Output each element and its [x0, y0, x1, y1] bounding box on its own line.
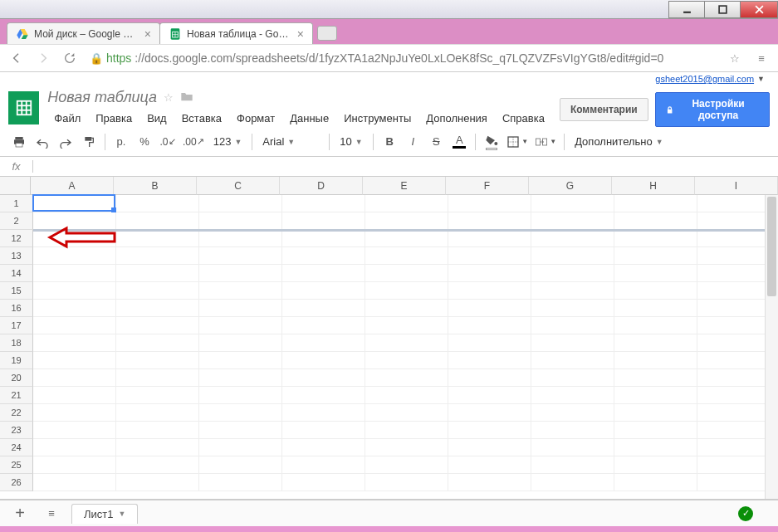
window-close-button[interactable] [740, 1, 778, 18]
row-header[interactable]: 23 [0, 422, 33, 439]
nav-back-button[interactable] [7, 48, 27, 68]
cell[interactable] [199, 282, 282, 300]
cell[interactable] [116, 369, 199, 387]
row-header[interactable]: 12 [0, 230, 33, 247]
cell[interactable] [531, 439, 614, 456]
menu-файл[interactable]: Файл [47, 110, 87, 127]
cell[interactable] [33, 387, 116, 404]
cell[interactable] [448, 212, 531, 230]
cell[interactable] [33, 230, 116, 247]
cell[interactable] [199, 195, 282, 212]
column-header[interactable]: B [114, 177, 197, 195]
cell[interactable] [614, 300, 697, 317]
cell[interactable] [282, 334, 365, 352]
cell[interactable] [116, 404, 199, 422]
cell[interactable] [282, 265, 365, 282]
cell[interactable] [33, 265, 116, 282]
cell[interactable] [531, 230, 614, 247]
cell[interactable] [531, 195, 614, 212]
cell[interactable] [33, 317, 116, 334]
cell[interactable] [282, 369, 365, 387]
row-header[interactable]: 21 [0, 387, 33, 404]
cell[interactable] [531, 474, 614, 491]
percent-button[interactable]: % [134, 131, 155, 153]
cell[interactable] [448, 422, 531, 439]
cell[interactable] [33, 456, 116, 474]
column-header[interactable]: H [612, 177, 695, 195]
cell[interactable] [365, 456, 448, 474]
cell[interactable] [614, 352, 697, 369]
cell[interactable] [448, 230, 531, 247]
text-color-button[interactable]: A [448, 131, 470, 153]
cell[interactable] [116, 387, 199, 404]
sheet-tab-caret-icon[interactable]: ▼ [118, 510, 125, 518]
cell[interactable] [448, 387, 531, 404]
cell[interactable] [116, 422, 199, 439]
cell[interactable] [448, 334, 531, 352]
cell[interactable] [614, 404, 697, 422]
cell[interactable] [448, 404, 531, 422]
cell[interactable] [33, 300, 116, 317]
column-header[interactable]: E [363, 177, 446, 195]
cell[interactable] [531, 282, 614, 300]
row-header[interactable]: 15 [0, 282, 33, 300]
sheet-tab[interactable]: Лист1 ▼ [71, 504, 138, 524]
cell[interactable] [531, 456, 614, 474]
scrollbar-thumb[interactable] [767, 197, 776, 296]
tab-close-icon[interactable]: × [144, 27, 151, 41]
cell[interactable] [448, 474, 531, 491]
cell[interactable] [365, 334, 448, 352]
undo-button[interactable] [32, 131, 53, 153]
cell[interactable] [448, 352, 531, 369]
select-all-corner[interactable] [0, 177, 31, 195]
cell[interactable] [116, 212, 199, 230]
cell[interactable] [531, 334, 614, 352]
account-caret-icon[interactable]: ▼ [757, 75, 765, 83]
cell[interactable] [116, 439, 199, 456]
cell[interactable] [448, 282, 531, 300]
menu-дополнения[interactable]: Дополнения [419, 110, 494, 127]
cell[interactable] [448, 300, 531, 317]
cell[interactable] [33, 369, 116, 387]
cell[interactable] [448, 456, 531, 474]
spreadsheet-grid[interactable]: ABCDEFGHI 121213141516171819202122232425… [0, 177, 778, 500]
menu-вставка[interactable]: Вставка [175, 110, 228, 127]
comments-button[interactable]: Комментарии [560, 98, 648, 121]
cell[interactable] [33, 404, 116, 422]
cell[interactable] [614, 317, 697, 334]
menu-правка[interactable]: Правка [89, 110, 139, 127]
cell[interactable] [614, 195, 697, 212]
cell[interactable] [116, 230, 199, 247]
borders-button[interactable]: ▼ [504, 131, 531, 153]
cell[interactable] [614, 474, 697, 491]
cell[interactable] [282, 317, 365, 334]
new-tab-button[interactable] [317, 26, 337, 41]
cell[interactable] [199, 317, 282, 334]
menu-вид[interactable]: Вид [140, 110, 174, 127]
decrease-decimal-button[interactable]: .0↙ [157, 131, 179, 153]
cell[interactable] [199, 404, 282, 422]
cell[interactable] [116, 195, 199, 212]
cell[interactable] [614, 265, 697, 282]
browser-tab-sheets[interactable]: Новая таблица - Google × [159, 22, 313, 44]
cell[interactable] [199, 439, 282, 456]
column-header[interactable]: F [446, 177, 529, 195]
account-email[interactable]: gsheet2015@gmail.com [655, 74, 754, 84]
cell[interactable] [199, 212, 282, 230]
cell[interactable] [282, 387, 365, 404]
cell[interactable] [199, 456, 282, 474]
cell[interactable] [614, 456, 697, 474]
menu-данные[interactable]: Данные [283, 110, 335, 127]
browser-menu-button[interactable]: ≡ [751, 48, 771, 68]
cell[interactable] [365, 439, 448, 456]
cell[interactable] [116, 300, 199, 317]
row-header[interactable]: 25 [0, 456, 33, 474]
cell[interactable] [614, 230, 697, 247]
nav-reload-button[interactable] [60, 48, 80, 68]
menu-справка[interactable]: Справка [496, 110, 551, 127]
cell[interactable] [531, 422, 614, 439]
row-header[interactable]: 20 [0, 369, 33, 387]
cell[interactable] [199, 352, 282, 369]
fill-color-button[interactable] [481, 131, 502, 153]
cell[interactable] [365, 474, 448, 491]
